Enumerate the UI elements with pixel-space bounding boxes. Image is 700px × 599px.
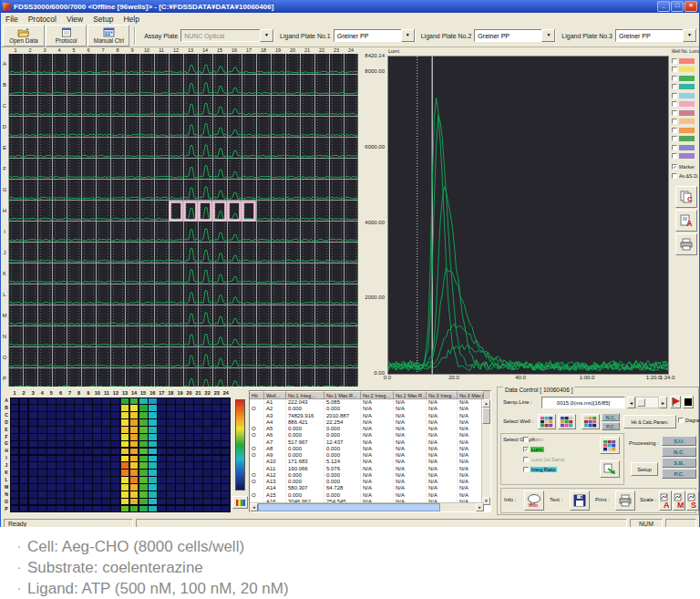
heatmap-cell[interactable] xyxy=(121,427,129,433)
heatmap-cell[interactable] xyxy=(66,427,74,433)
heatmap-cell[interactable] xyxy=(111,434,119,440)
heatmap-cell[interactable] xyxy=(149,456,157,462)
print-graph-button[interactable] xyxy=(675,233,697,255)
table-row[interactable]: A14580.30764.728N/AN/AN/AN/A xyxy=(250,485,490,491)
graph-well-map-button[interactable] xyxy=(600,437,620,454)
heatmap-cell[interactable] xyxy=(185,405,193,411)
heatmap-cell[interactable] xyxy=(75,477,83,483)
table-row[interactable]: A10171.6835.124N/AN/AN/AN/A xyxy=(250,459,490,465)
heatmap-cell[interactable] xyxy=(66,484,74,491)
heatmap-cell[interactable] xyxy=(130,419,139,426)
heatmap-cell[interactable] xyxy=(158,412,166,418)
heatmap-cell[interactable] xyxy=(221,449,230,455)
heatmap-cell[interactable] xyxy=(203,462,211,469)
heatmap-cell[interactable] xyxy=(194,434,202,440)
heatmap-cell[interactable] xyxy=(66,434,74,440)
text-save-button[interactable] xyxy=(570,491,590,511)
table-row[interactable]: A11190.0665.076N/AN/AN/AN/A xyxy=(250,466,490,472)
heatmap-cell[interactable] xyxy=(194,427,202,433)
heatmap-cell[interactable] xyxy=(149,499,157,505)
heatmap-cell[interactable] xyxy=(111,398,119,405)
heatmap-cell[interactable] xyxy=(111,506,119,512)
scroll-up-icon[interactable]: ▲ xyxy=(482,399,490,408)
select-well-group-button[interactable] xyxy=(558,414,576,429)
scale-s-button[interactable]: S xyxy=(686,491,699,511)
graph-option-checkbox[interactable]: ✓ xyxy=(523,447,529,452)
heatmap-cell[interactable] xyxy=(75,405,83,411)
heatmap-cell[interactable] xyxy=(29,412,37,418)
heatmap-cell[interactable] xyxy=(158,491,166,498)
heatmap-cell[interactable] xyxy=(130,462,139,469)
heatmap-cell[interactable] xyxy=(185,484,193,491)
heatmap-cell[interactable] xyxy=(93,412,101,418)
heatmap-cell[interactable] xyxy=(57,491,65,498)
heatmap-cell[interactable] xyxy=(185,477,193,483)
stop-button[interactable] xyxy=(683,396,694,408)
heatmap-cell[interactable] xyxy=(11,456,19,462)
heatmap-cell[interactable] xyxy=(11,484,19,491)
heatmap-cell[interactable] xyxy=(185,470,193,476)
heatmap-cell[interactable] xyxy=(66,470,74,476)
table-header-cell[interactable]: No.1 Integ... xyxy=(286,391,324,399)
heatmap-cell[interactable] xyxy=(29,484,37,491)
heatmap-cell[interactable] xyxy=(102,499,110,505)
heatmap-cell[interactable] xyxy=(75,456,83,462)
heatmap-cell[interactable] xyxy=(102,405,110,411)
heatmap-cell[interactable] xyxy=(38,449,46,455)
heatmap-cell[interactable] xyxy=(203,477,211,483)
heatmap-cell[interactable] xyxy=(66,506,74,512)
heatmap-cell[interactable] xyxy=(47,470,56,476)
heatmap-cell[interactable] xyxy=(185,434,193,440)
heatmap-cell[interactable] xyxy=(194,419,202,426)
heatmap-cell[interactable] xyxy=(149,506,157,512)
heatmap-cell[interactable] xyxy=(176,491,184,498)
heatmap-cell[interactable] xyxy=(221,427,230,433)
ligand-plate-2-select[interactable]: Greiner PP▼ xyxy=(474,29,556,42)
heatmap-cell[interactable] xyxy=(176,419,184,426)
heatmap-cell[interactable] xyxy=(212,499,221,505)
heatmap-cell[interactable] xyxy=(121,405,129,411)
heatmap-cell[interactable] xyxy=(20,427,28,433)
table-row[interactable]: OA20.0000.000N/AN/AN/AN/A xyxy=(250,406,490,412)
heatmap-cell[interactable] xyxy=(11,441,19,448)
heatmap-cell[interactable] xyxy=(221,405,230,411)
heatmap-cell[interactable] xyxy=(203,405,211,411)
table-row[interactable]: A374829.9162010.887N/AN/AN/AN/A xyxy=(250,413,490,419)
heatmap-cell[interactable] xyxy=(102,456,110,462)
heatmap-cell[interactable] xyxy=(121,491,129,498)
heatmap-cell[interactable] xyxy=(221,456,230,462)
heatmap-cell[interactable] xyxy=(185,456,193,462)
graph-option-ratio[interactable]: Ratio xyxy=(523,437,544,442)
heatmap-cell[interactable] xyxy=(203,419,211,426)
heatmap-cell[interactable] xyxy=(47,506,56,512)
heatmap-cell[interactable] xyxy=(38,477,46,483)
heatmap-cell[interactable] xyxy=(185,441,193,448)
avsd-checkbox-row[interactable]: Av.&S.D. xyxy=(672,173,699,179)
graph-option-checkbox[interactable] xyxy=(523,467,529,472)
heatmap-cell[interactable] xyxy=(212,462,221,469)
heatmap-cell[interactable] xyxy=(47,412,56,418)
heatmap-cell[interactable] xyxy=(38,412,46,418)
heatmap-cell[interactable] xyxy=(38,506,46,512)
heatmap-cell[interactable] xyxy=(139,462,148,469)
heatmap-cell[interactable] xyxy=(47,491,56,498)
heatmap-cell[interactable] xyxy=(185,412,193,418)
heatmap-cell[interactable] xyxy=(38,441,46,448)
heatmap-cell[interactable] xyxy=(203,434,211,440)
heatmap-cell[interactable] xyxy=(29,477,37,483)
heatmap-cell[interactable] xyxy=(176,462,184,469)
select-well-pick-button[interactable] xyxy=(582,414,600,429)
menu-help[interactable]: Help xyxy=(123,15,139,24)
table-row[interactable]: OA130.0000.000N/AN/AN/AN/A xyxy=(250,479,490,485)
heatmap-cell[interactable] xyxy=(111,427,119,433)
heatmap-cell[interactable] xyxy=(38,419,46,426)
heatmap-cell[interactable] xyxy=(47,405,56,411)
heatmap-cell[interactable] xyxy=(194,491,202,498)
heatmap-cell[interactable] xyxy=(29,427,37,433)
heatmap-cell[interactable] xyxy=(167,398,175,405)
heatmap-cell[interactable] xyxy=(84,456,92,462)
heatmap-cell[interactable] xyxy=(212,412,221,418)
heatmap-cell[interactable] xyxy=(167,449,175,455)
heatmap-cell[interactable] xyxy=(29,506,37,512)
heatmap-grid[interactable] xyxy=(10,398,231,512)
